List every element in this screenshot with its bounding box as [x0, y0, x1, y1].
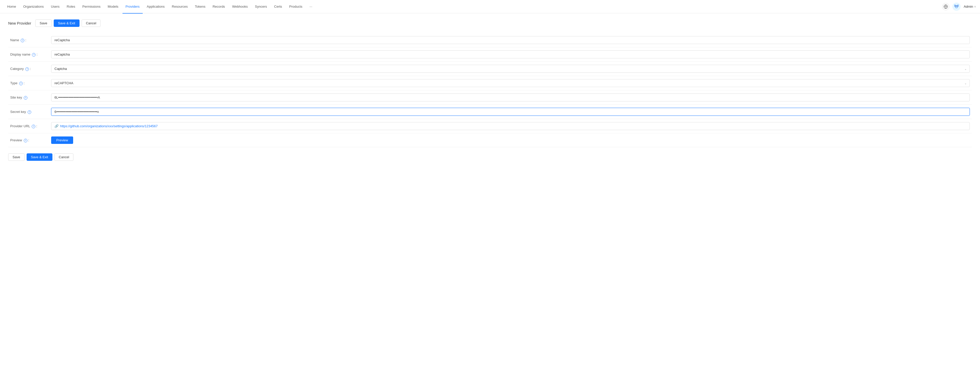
name-row: Name ? : [8, 33, 972, 47]
provider-url-display: 🔗 https://github.com/organizations/xxx/s… [51, 122, 970, 130]
provider-url-label: Provider URL [10, 124, 30, 128]
display-name-input[interactable] [51, 50, 970, 58]
page-title: New Provider [8, 21, 31, 26]
nav-item-more[interactable]: ··· [306, 3, 315, 10]
category-label: Category [10, 67, 24, 71]
nav-item-syncers[interactable]: Syncers [252, 3, 270, 10]
type-label-cell: Type ? : [8, 76, 49, 90]
name-label: Name [10, 38, 19, 42]
type-field-cell: reCAPTCHA hCaptcha ⌄ [49, 76, 972, 90]
name-label-cell: Name ? : [8, 33, 49, 47]
category-label-cell: Category ? : [8, 62, 49, 76]
bottom-toolbar: Save Save & Exit Cancel [8, 153, 972, 161]
provider-url-row: Provider URL ? : 🔗 https://github.com/or… [8, 119, 972, 133]
display-name-info-icon[interactable]: ? [32, 53, 35, 57]
nav-item-roles[interactable]: Roles [64, 3, 78, 10]
display-name-label-cell: Display name ? : [8, 47, 49, 62]
secret-key-label-cell: Secret key ? [8, 105, 49, 119]
category-row: Category ? : Captcha OAuth SAML ⌄ [8, 62, 972, 76]
secret-key-row: Secret key ? [8, 105, 972, 119]
secret-key-label: Secret key [10, 110, 26, 113]
site-key-label: Site key [10, 96, 22, 99]
nav-item-providers[interactable]: Providers [123, 3, 143, 10]
nav-item-organizations[interactable]: Organizations [20, 3, 47, 10]
provider-form: Name ? : Display name ? : [8, 33, 972, 147]
nav-item-models[interactable]: Models [105, 3, 121, 10]
secret-key-info-icon[interactable]: ? [28, 110, 31, 114]
preview-label: Preview [10, 138, 22, 142]
nav-item-records[interactable]: Records [210, 3, 228, 10]
nav-item-tokens[interactable]: Tokens [192, 3, 208, 10]
admin-menu[interactable]: Admin ∨ [964, 5, 976, 8]
admin-label: Admin [964, 5, 973, 8]
nav-item-resources[interactable]: Resources [169, 3, 191, 10]
provider-url-label-cell: Provider URL ? : [8, 119, 49, 133]
admin-chevron: ∨ [974, 5, 976, 8]
type-row: Type ? : reCAPTCHA hCaptcha ⌄ [8, 76, 972, 90]
avatar [952, 3, 961, 11]
nav-item-permissions[interactable]: Permissions [79, 3, 103, 10]
top-toolbar: New Provider Save Save & Exit Cancel [8, 19, 972, 27]
category-info-icon[interactable]: ? [25, 67, 29, 71]
display-name-row: Display name ? : [8, 47, 972, 62]
nav-item-users[interactable]: Users [48, 3, 63, 10]
type-label: Type [10, 81, 18, 85]
site-key-field-cell [49, 90, 972, 105]
nav-items: Home Organizations Users Roles Permissio… [4, 3, 942, 10]
site-key-row: Site key ? [8, 90, 972, 105]
display-name-field-cell [49, 47, 972, 62]
top-nav: Home Organizations Users Roles Permissio… [0, 0, 980, 13]
nav-item-home[interactable]: Home [4, 3, 19, 10]
type-select[interactable]: reCAPTCHA hCaptcha [51, 79, 970, 87]
preview-label-cell: Preview ? : [8, 133, 49, 147]
name-field-cell [49, 33, 972, 47]
bottom-save-button[interactable]: Save [8, 153, 25, 161]
type-info-icon[interactable]: ? [19, 82, 23, 85]
secret-key-field-cell [49, 105, 972, 119]
save-button[interactable]: Save [35, 19, 52, 27]
secret-key-input[interactable] [51, 108, 970, 116]
name-info-icon[interactable]: ? [21, 39, 24, 42]
category-select-wrapper: Captcha OAuth SAML ⌄ [51, 65, 970, 73]
nav-item-products[interactable]: Products [286, 3, 305, 10]
site-key-input[interactable] [51, 93, 970, 101]
category-select[interactable]: Captcha OAuth SAML [51, 65, 970, 73]
preview-button[interactable]: Preview [51, 136, 73, 144]
provider-url-text: https://github.com/organizations/xxx/set… [60, 124, 158, 128]
provider-url-field-cell: 🔗 https://github.com/organizations/xxx/s… [49, 119, 972, 133]
save-exit-button[interactable]: Save & Exit [54, 19, 80, 27]
nav-item-applications[interactable]: Applications [144, 3, 168, 10]
svg-point-6 [955, 6, 956, 6]
preview-info-icon[interactable]: ? [24, 139, 27, 142]
svg-point-1 [952, 3, 961, 11]
type-select-wrapper: reCAPTCHA hCaptcha ⌄ [51, 79, 970, 87]
category-field-cell: Captcha OAuth SAML ⌄ [49, 62, 972, 76]
svg-point-7 [957, 6, 958, 6]
bottom-cancel-button[interactable]: Cancel [54, 153, 73, 161]
display-name-label: Display name [10, 53, 30, 56]
site-key-info-icon[interactable]: ? [24, 96, 27, 100]
nav-item-certs[interactable]: Certs [271, 3, 285, 10]
provider-url-info-icon[interactable]: ? [32, 125, 35, 128]
cancel-button[interactable]: Cancel [81, 19, 100, 27]
site-key-label-cell: Site key ? [8, 90, 49, 105]
link-icon: 🔗 [54, 124, 59, 128]
nav-right: Admin ∨ [942, 3, 976, 11]
preview-row: Preview ? : Preview [8, 133, 972, 147]
name-input[interactable] [51, 36, 970, 44]
preview-field-cell: Preview [49, 133, 972, 147]
globe-icon[interactable] [942, 3, 949, 10]
main-content: New Provider Save Save & Exit Cancel Nam… [0, 13, 980, 167]
nav-item-webhooks[interactable]: Webhooks [229, 3, 251, 10]
bottom-save-exit-button[interactable]: Save & Exit [27, 153, 52, 161]
